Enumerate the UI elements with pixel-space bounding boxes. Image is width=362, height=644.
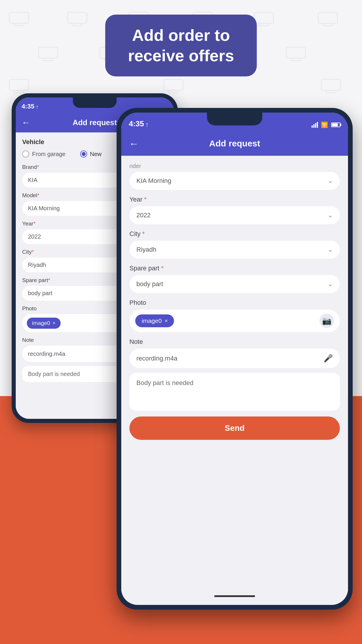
- front-note-label: Note: [129, 338, 340, 346]
- back-notch: [73, 97, 117, 108]
- back-radio-new[interactable]: New: [80, 150, 102, 158]
- front-send-button[interactable]: Send: [129, 416, 340, 440]
- front-battery-icon: [331, 123, 340, 127]
- back-header-title: Add request: [73, 118, 117, 127]
- front-header-title: Add request: [209, 139, 260, 148]
- front-photo-tag-x[interactable]: ×: [165, 318, 168, 324]
- front-photo-tag[interactable]: image0 ×: [135, 314, 174, 327]
- front-home-bar: [214, 595, 255, 597]
- front-city-input[interactable]: Riyadh ⌄: [129, 241, 340, 259]
- front-city-arrow: ⌄: [328, 246, 333, 253]
- front-photo-field: Photo image0 × 📷: [129, 299, 340, 332]
- back-location-icon: ↑: [36, 104, 38, 110]
- phone-front: 4:35 ↑ 🛜 ← Add: [117, 108, 353, 610]
- front-partial-label: nder: [129, 163, 340, 169]
- back-new-label: New: [90, 151, 102, 158]
- front-photo-label: Photo: [129, 299, 340, 307]
- front-year-label: Year *: [129, 196, 340, 203]
- front-back-arrow[interactable]: ←: [129, 138, 139, 149]
- back-photo-tag[interactable]: image0 ×: [27, 318, 61, 329]
- front-model-arrow: ⌄: [328, 177, 333, 185]
- back-from-garage-label: From garage: [32, 151, 66, 158]
- front-notch: [207, 113, 262, 125]
- back-radio-from-garage-circle: [22, 150, 29, 158]
- front-model-input[interactable]: KIA Morning ⌄: [129, 172, 340, 190]
- front-wifi-icon: 🛜: [321, 121, 328, 128]
- front-mic-icon[interactable]: 🎤: [324, 354, 333, 363]
- front-home-indicator: [121, 590, 348, 602]
- back-photo-tag-x[interactable]: ×: [52, 320, 55, 326]
- back-radio-from-garage[interactable]: From garage: [22, 150, 66, 158]
- front-spare-part-arrow: ⌄: [328, 280, 333, 288]
- front-year-input[interactable]: 2022 ⌄: [129, 206, 340, 224]
- front-spare-part-field: Spare part * body part ⌄: [129, 265, 340, 293]
- front-camera-icon[interactable]: 📷: [319, 314, 334, 328]
- front-time: 4:35: [129, 119, 144, 128]
- front-signal-icon: [312, 122, 318, 128]
- front-app-content: nder KIA Morning ⌄ Year * 2022 ⌄ City *: [121, 156, 348, 592]
- front-status-icons: 🛜: [312, 121, 340, 128]
- front-year-arrow: ⌄: [328, 211, 333, 219]
- front-note-textarea[interactable]: Body part is needed: [129, 373, 340, 411]
- front-app-header: ← Add request: [121, 131, 348, 156]
- back-back-arrow[interactable]: ←: [22, 118, 30, 127]
- header-title: Add order to receive offers: [126, 25, 236, 66]
- front-note-recording[interactable]: recording.m4a 🎤: [129, 349, 340, 368]
- header-banner: Add order to receive offers: [105, 15, 257, 76]
- back-time: 4:35: [22, 103, 34, 110]
- front-city-label: City *: [129, 230, 340, 238]
- front-year-field: Year * 2022 ⌄: [129, 196, 340, 224]
- front-city-field: City * Riyadh ⌄: [129, 230, 340, 259]
- front-photo-input[interactable]: image0 × 📷: [129, 309, 340, 332]
- phone-front-screen: 4:35 ↑ 🛜 ← Add: [121, 113, 348, 605]
- front-spare-part-input[interactable]: body part ⌄: [129, 275, 340, 293]
- back-radio-new-circle: [80, 150, 87, 158]
- front-spare-part-label: Spare part *: [129, 265, 340, 272]
- front-location-icon: ↑: [145, 121, 149, 128]
